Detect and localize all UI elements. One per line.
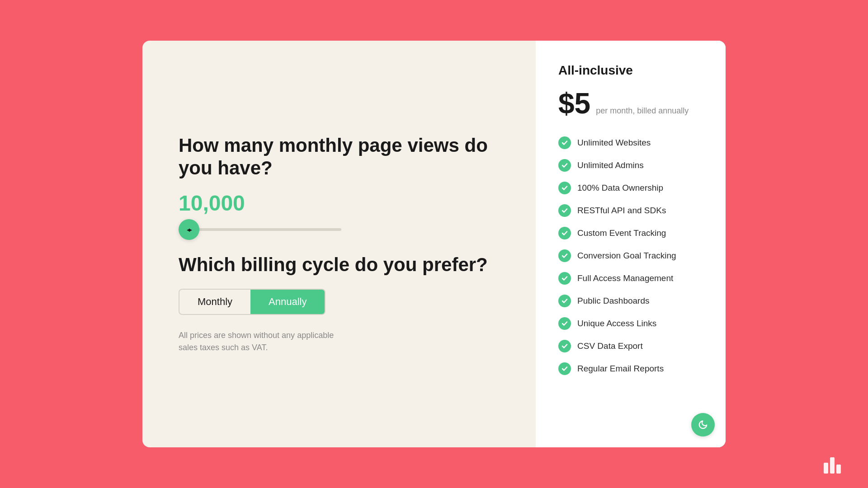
slider-container: ◂▸ <box>179 228 500 231</box>
check-icon <box>558 159 571 172</box>
plan-title: All-inclusive <box>558 63 703 78</box>
feature-text: 100% Data Ownership <box>577 183 663 193</box>
feature-item: Custom Event Tracking <box>558 227 703 239</box>
feature-item: Full Access Management <box>558 272 703 285</box>
chart-icon <box>824 457 841 474</box>
feature-item: 100% Data Ownership <box>558 182 703 194</box>
feature-text: Regular Email Reports <box>577 364 664 374</box>
feature-text: CSV Data Export <box>577 341 643 351</box>
dark-mode-button[interactable] <box>691 413 715 436</box>
check-icon <box>558 295 571 307</box>
price-description: per month, billed annually <box>596 106 689 116</box>
price-row: $5 per month, billed annually <box>558 87 703 120</box>
checkmark-icon <box>561 320 568 327</box>
checkmark-icon <box>561 140 568 146</box>
feature-item: RESTful API and SDKs <box>558 204 703 217</box>
feature-text: Unlimited Websites <box>577 138 651 148</box>
features-list: Unlimited Websites Unlimited Admins 100%… <box>558 136 703 375</box>
check-icon <box>558 136 571 149</box>
pricing-card: How many monthly page views do you have?… <box>142 41 726 447</box>
check-icon <box>558 182 571 194</box>
moon-icon <box>698 420 708 430</box>
feature-text: Full Access Management <box>577 273 673 283</box>
feature-text: RESTful API and SDKs <box>577 206 666 216</box>
annually-button[interactable]: Annually <box>250 290 325 314</box>
checkmark-icon <box>561 298 568 304</box>
pageview-question: How many monthly page views do you have? <box>179 134 500 180</box>
slider-thumb[interactable]: ◂▸ <box>179 219 199 240</box>
check-icon <box>558 317 571 330</box>
monthly-button[interactable]: Monthly <box>179 290 250 314</box>
checkmark-icon <box>561 207 568 214</box>
bar-1 <box>824 463 828 474</box>
feature-item: Public Dashboards <box>558 295 703 307</box>
bar-3 <box>836 465 841 474</box>
feature-text: Conversion Goal Tracking <box>577 251 676 261</box>
right-panel: All-inclusive $5 per month, billed annua… <box>536 41 726 447</box>
feature-item: Unlimited Websites <box>558 136 703 149</box>
check-icon <box>558 272 571 285</box>
slider-track: ◂▸ <box>179 228 341 231</box>
check-icon <box>558 340 571 352</box>
feature-item: Conversion Goal Tracking <box>558 249 703 262</box>
feature-item: CSV Data Export <box>558 340 703 352</box>
feature-text: Unlimited Admins <box>577 160 644 170</box>
checkmark-icon <box>561 253 568 259</box>
price-amount: $5 <box>558 87 590 120</box>
checkmark-icon <box>561 275 568 282</box>
check-icon <box>558 249 571 262</box>
pageview-value: 10,000 <box>179 191 500 216</box>
billing-question: Which billing cycle do you prefer? <box>179 253 500 276</box>
feature-text: Custom Event Tracking <box>577 228 666 238</box>
check-icon <box>558 204 571 217</box>
feature-item: Unlimited Admins <box>558 159 703 172</box>
feature-text: Public Dashboards <box>577 296 649 306</box>
checkmark-icon <box>561 162 568 169</box>
bar-2 <box>830 457 835 474</box>
check-icon <box>558 362 571 375</box>
feature-item: Unique Access Links <box>558 317 703 330</box>
tax-note: All prices are shown without any applica… <box>179 329 350 354</box>
checkmark-icon <box>561 230 568 236</box>
slider-arrows-icon: ◂▸ <box>187 226 191 233</box>
feature-text: Unique Access Links <box>577 319 656 328</box>
billing-toggle: Monthly Annually <box>179 289 326 315</box>
checkmark-icon <box>561 185 568 191</box>
checkmark-icon <box>561 366 568 372</box>
checkmark-icon <box>561 343 568 349</box>
check-icon <box>558 227 571 239</box>
left-panel: How many monthly page views do you have?… <box>142 41 536 447</box>
feature-item: Regular Email Reports <box>558 362 703 375</box>
